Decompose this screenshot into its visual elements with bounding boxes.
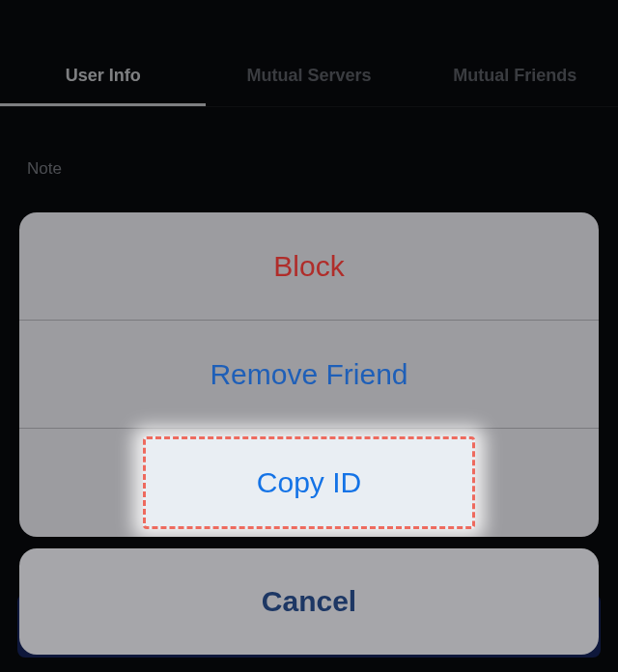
remove-friend-button[interactable]: Remove Friend <box>19 321 599 429</box>
cancel-button[interactable]: Cancel <box>19 548 599 655</box>
copy-id-highlight[interactable]: Copy ID <box>143 436 475 529</box>
block-button[interactable]: Block <box>19 212 599 321</box>
action-sheet: Block Remove Friend Copy ID Cancel <box>19 212 599 655</box>
copy-id-label: Copy ID <box>257 466 361 499</box>
action-sheet-group: Block Remove Friend Copy ID <box>19 212 599 537</box>
copy-id-button[interactable]: Copy ID <box>19 429 599 537</box>
